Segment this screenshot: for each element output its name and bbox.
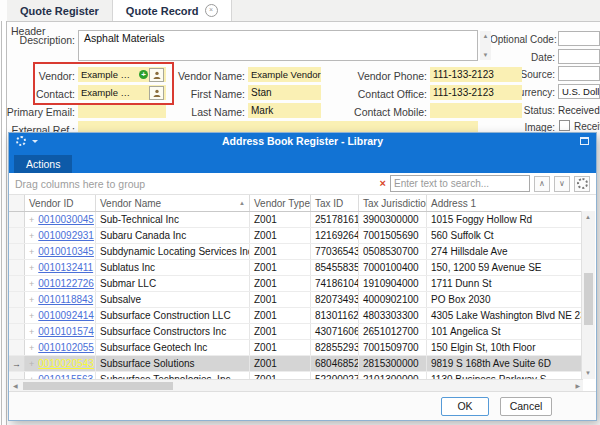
scroll-down-icon[interactable]: ▼ bbox=[582, 370, 594, 376]
vendor-id-link[interactable]: 0010030045 bbox=[38, 214, 94, 225]
grid-cell: Subsurface Construction LLC bbox=[96, 308, 250, 323]
expand-icon[interactable]: + bbox=[29, 263, 34, 273]
grid-cell: 1910904000 bbox=[359, 276, 427, 291]
table-row[interactable]: +0010030045Sub-Technical IncZ00125178161… bbox=[9, 212, 583, 228]
vendor-id-link[interactable]: 0010020543 bbox=[38, 358, 94, 369]
grid-cell: Z001 bbox=[250, 308, 311, 323]
vendor-id-link[interactable]: 0010010345 bbox=[38, 246, 94, 257]
close-icon[interactable]: × bbox=[205, 4, 218, 17]
vendor-id-link[interactable]: 0010118843 bbox=[38, 294, 93, 305]
image-checkbox[interactable] bbox=[559, 120, 570, 131]
expand-icon[interactable]: + bbox=[29, 311, 34, 321]
grid-cell: 2651012700 bbox=[359, 324, 427, 339]
row-indicator bbox=[9, 308, 25, 323]
vendor-id-link[interactable]: 0010132411 bbox=[38, 262, 93, 273]
dialog-title-bar[interactable]: Address Book Register - Library bbox=[9, 133, 596, 149]
chevron-up-icon: ∧ bbox=[539, 179, 545, 188]
tab-quote-register[interactable]: Quote Register bbox=[7, 0, 113, 21]
clear-search-icon[interactable]: × bbox=[380, 178, 386, 189]
tab-quote-record[interactable]: Quote Record × bbox=[113, 0, 232, 21]
currency-dropdown[interactable]: U.S. Dollar bbox=[558, 84, 600, 99]
primary-email-field[interactable] bbox=[78, 103, 166, 118]
description-field[interactable]: Asphalt Materials bbox=[78, 30, 478, 61]
table-row[interactable]: +0010010345Subdynamic Locating Services … bbox=[9, 244, 583, 260]
grid-body: +0010030045Sub-Technical IncZ00125178161… bbox=[9, 212, 583, 380]
grid-cell: 430716061 bbox=[311, 324, 359, 339]
first-name-field[interactable]: Stan bbox=[248, 85, 321, 100]
grid-cell: Z001 bbox=[250, 356, 311, 371]
contact-mobile-field[interactable] bbox=[430, 103, 522, 118]
expand-icon[interactable]: + bbox=[29, 359, 34, 369]
column-header-address-1[interactable]: Address 1 bbox=[427, 195, 583, 211]
column-header-vendor-type[interactable]: Vendor Type bbox=[250, 195, 311, 211]
address-book-dialog: Address Book Register - Library Actions … bbox=[8, 132, 597, 421]
grid-settings-button[interactable] bbox=[574, 176, 590, 192]
scroll-down-icon[interactable]: ▼ bbox=[480, 52, 491, 58]
source-field[interactable] bbox=[558, 66, 600, 81]
search-prev-button[interactable]: ∧ bbox=[534, 176, 550, 192]
grid-cell: 251781619 bbox=[311, 212, 359, 227]
tab-actions[interactable]: Actions bbox=[14, 155, 72, 173]
grid-cell: 813011623 bbox=[311, 308, 359, 323]
scroll-up-icon[interactable]: ▲ bbox=[582, 214, 594, 220]
application-window: Quote Register Quote Record × Header Des… bbox=[0, 0, 600, 425]
vendor-id-link[interactable]: 0010101574 bbox=[38, 326, 94, 337]
grid-cell: Z001 bbox=[250, 324, 311, 339]
vendor-phone-field[interactable]: 111-133-2123 bbox=[430, 67, 522, 82]
grid-cell: 828552935 bbox=[311, 340, 359, 355]
description-scrollbar[interactable]: ▲ ▼ bbox=[480, 31, 491, 60]
column-header-vendor-id[interactable]: Vendor ID bbox=[25, 195, 96, 211]
column-header-tax-id[interactable]: Tax ID bbox=[311, 195, 359, 211]
expand-icon[interactable]: + bbox=[29, 279, 34, 289]
contact-office-field[interactable]: 111-133-2123 bbox=[430, 85, 522, 100]
expand-icon[interactable]: + bbox=[29, 327, 34, 337]
table-row[interactable]: +0010122726Submar LLCZ001741861041191090… bbox=[9, 276, 583, 292]
optional-code-field[interactable] bbox=[558, 31, 600, 46]
scroll-up-icon[interactable]: ▲ bbox=[480, 33, 491, 39]
column-header-vendor-name[interactable]: Vendor Name ▲ bbox=[96, 195, 250, 211]
vertical-scrollbar[interactable]: ▲ ▼ bbox=[581, 211, 595, 379]
search-input[interactable] bbox=[390, 175, 530, 192]
grid-cell: Sub-Technical Inc bbox=[96, 212, 250, 227]
vertical-scrollbar-thumb[interactable] bbox=[584, 273, 593, 325]
scroll-right-icon[interactable]: ▶ bbox=[575, 382, 580, 389]
table-row[interactable]: +0010092414Subsurface Construction LLCZ0… bbox=[9, 308, 583, 324]
expand-icon[interactable]: + bbox=[29, 295, 34, 305]
optional-code-label: Optional Code: bbox=[490, 34, 555, 45]
ok-button[interactable]: OK bbox=[441, 397, 489, 416]
vendor-name-field[interactable]: Example Vendor 2 bbox=[248, 67, 321, 82]
scroll-left-icon[interactable]: ◀ bbox=[13, 382, 18, 389]
column-header-tax-jurisdiction[interactable]: Tax Jurisdiction bbox=[359, 195, 427, 211]
contact-office-label: Contact Office: bbox=[330, 88, 427, 100]
table-row[interactable]: +0010092931Subaru Canada IncZ00112169264… bbox=[9, 228, 583, 244]
sort-asc-icon: ▲ bbox=[239, 200, 245, 206]
date-field[interactable] bbox=[558, 49, 600, 64]
table-row[interactable]: +0010102055Subsurface Geotech IncZ001828… bbox=[9, 340, 583, 356]
grid-cell: Subsurface Solutions bbox=[96, 356, 250, 371]
expand-icon[interactable]: + bbox=[29, 215, 34, 225]
grid-cell: Z001 bbox=[250, 244, 311, 259]
expand-icon[interactable]: + bbox=[29, 231, 34, 241]
vendor-id-link[interactable]: 0010092931 bbox=[38, 230, 94, 241]
horizontal-scrollbar-thumb[interactable] bbox=[23, 382, 173, 390]
table-row[interactable]: +0010118843SubsalveZ00182073493140009021… bbox=[9, 292, 583, 308]
expand-icon[interactable]: + bbox=[29, 247, 34, 257]
grid-cell: Z001 bbox=[250, 276, 311, 291]
row-indicator: → bbox=[9, 356, 25, 371]
expand-icon[interactable]: + bbox=[29, 343, 34, 353]
vendor-id-link[interactable]: 0010102055 bbox=[38, 342, 94, 353]
row-indicator bbox=[9, 260, 25, 275]
table-row[interactable]: +0010101574Subsurface Constructors IncZ0… bbox=[9, 324, 583, 340]
table-row[interactable]: +0010132411Sublatus IncZ0018545583507000… bbox=[9, 260, 583, 276]
last-name-field[interactable]: Mark bbox=[248, 103, 321, 118]
grid-cell: Subsalve bbox=[96, 292, 250, 307]
table-row[interactable]: →+0010020543Subsurface SolutionsZ0016804… bbox=[9, 356, 583, 372]
dialog-title: Address Book Register - Library bbox=[9, 135, 596, 147]
grid-cell: 7001509700 bbox=[359, 340, 427, 355]
status-value: Received bbox=[558, 105, 600, 116]
cancel-button[interactable]: Cancel bbox=[500, 397, 552, 416]
vendor-id-link[interactable]: 0010092414 bbox=[38, 310, 94, 321]
vendor-id-link[interactable]: 0010122726 bbox=[38, 278, 94, 289]
search-next-button[interactable]: ∨ bbox=[554, 176, 570, 192]
chevron-down-icon: ∨ bbox=[559, 179, 565, 188]
